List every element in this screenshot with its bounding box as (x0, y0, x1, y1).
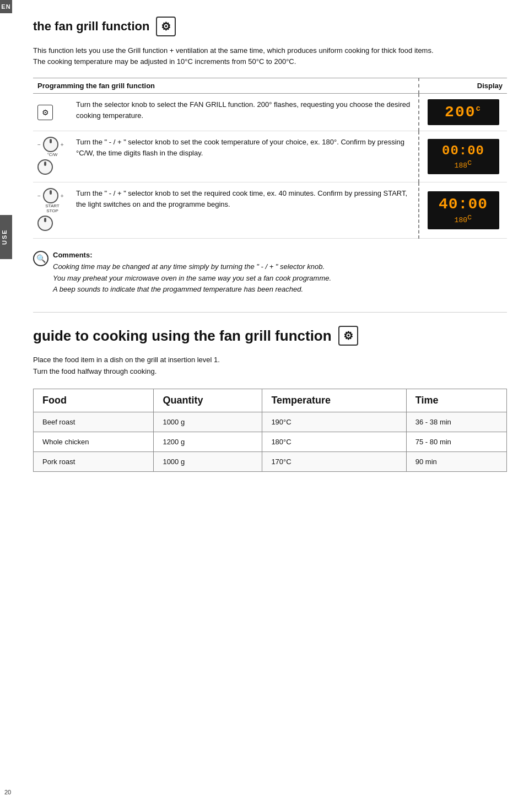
display-time-3: 40:00 (434, 196, 493, 213)
guide-fan-icon: ⚙ (338, 326, 358, 346)
cooking-row-1: Whole chicken1200 g180°C75 - 80 min (34, 432, 507, 451)
step-1-desc: Turn the selector knob to select the FAN… (72, 94, 419, 131)
comments-icon: 🔍 (33, 251, 48, 266)
cell-quantity-1: 1200 g (154, 432, 262, 451)
knob-2b (37, 159, 53, 175)
cell-temperature-2: 170°C (262, 451, 406, 471)
intro-line-1: This function lets you use the Grill fun… (33, 46, 434, 55)
comments-section: 🔍 Comments: Cooking time may be changed … (33, 250, 507, 295)
use-label: USE (1, 229, 8, 245)
minus-arrow-3: − (37, 193, 41, 199)
display-header: Display (419, 78, 507, 94)
cooking-table-header-row: Food Quantity Temperature Time (34, 389, 507, 412)
cell-food-2: Pork roast (34, 451, 154, 471)
cell-food-0: Beef roast (34, 412, 154, 432)
cooking-row-0: Beef roast1000 g190°C36 - 38 min (34, 412, 507, 432)
cell-quantity-2: 1000 g (154, 451, 262, 471)
display-temp-3: 180c (434, 213, 493, 224)
cooking-guide-table: Food Quantity Temperature Time Beef roas… (33, 389, 507, 472)
section-divider (33, 312, 507, 313)
step-2-display: 00:00 188c (419, 131, 507, 182)
display-temp-2: 188c (434, 158, 493, 170)
programming-header: Programming the fan grill function (33, 78, 419, 94)
cell-food-1: Whole chicken (34, 432, 154, 451)
plus-arrow-2: + (61, 142, 64, 148)
degree-c-2: c (467, 158, 472, 167)
guide-intro-line-1: Place the food item in a dish on the gri… (33, 356, 220, 364)
fan-grill-intro: This function lets you use the Grill fun… (33, 45, 507, 67)
guide-section: guide to cooking using the fan grill fun… (33, 326, 507, 472)
side-tab-use: USE (0, 215, 12, 259)
degree-c-1: c (476, 104, 482, 113)
page-number: 20 (4, 789, 11, 795)
step-3-icons-row: − + (37, 188, 67, 203)
knob-3a (43, 188, 58, 203)
step-3-icon: − + STARTSTOP (33, 182, 72, 239)
step-2-row: − + °C/W Turn the " - / + " selector kno… (33, 131, 507, 182)
cooking-table-body: Beef roast1000 g190°C36 - 38 minWhole ch… (34, 412, 507, 471)
step-3-desc: Turn the " - / + " selector knob to set … (72, 182, 419, 239)
cell-time-0: 36 - 38 min (406, 412, 506, 432)
minus-arrow-2: − (37, 142, 41, 148)
col-time: Time (406, 389, 506, 412)
cell-temperature-0: 190°C (262, 412, 406, 432)
display-time-2: 00:00 (434, 143, 493, 158)
display-panel-2: 00:00 188c (428, 139, 499, 174)
plus-arrow-3: + (61, 193, 64, 199)
step-3-display: 40:00 180c (419, 182, 507, 239)
step-2-icon: − + °C/W (33, 131, 72, 182)
step-1-display: 200c (419, 94, 507, 131)
step-1-row: ⚙ Turn the selector knob to select the F… (33, 94, 507, 131)
fan-grill-icon: ⚙ (156, 17, 176, 36)
step-2-desc: Turn the " - / + " selector knob to set … (72, 131, 419, 182)
cooking-row-2: Pork roast1000 g170°C90 min (34, 451, 507, 471)
cell-temperature-1: 180°C (262, 432, 406, 451)
programming-table: Programming the fan grill function Displ… (33, 78, 507, 239)
col-temperature: Temperature (262, 389, 406, 412)
guide-intro-line-2: Turn the food halfway through cooking. (33, 367, 156, 375)
display-panel-1: 200c (428, 99, 499, 125)
step-1-icon: ⚙ (33, 94, 72, 131)
comment-2: You may preheat your microwave oven in t… (53, 274, 331, 282)
guide-title: guide to cooking using the fan grill fun… (33, 326, 507, 346)
guide-title-text: guide to cooking using the fan grill fun… (33, 327, 332, 345)
comments-text: Comments: Cooking time may be changed at… (53, 250, 331, 295)
display-value-1: 200c (445, 104, 482, 121)
guide-intro: Place the food item in a dish on the gri… (33, 354, 507, 378)
knob-2a (43, 137, 58, 152)
label-startstop-3: STARTSTOP (37, 203, 67, 213)
side-tab-en: EN (0, 0, 12, 13)
comment-1: Cooking time may be changed at any time … (53, 262, 325, 271)
cell-quantity-0: 1000 g (154, 412, 262, 432)
step-2-icons-row: − + (37, 137, 67, 152)
step-3-row: − + STARTSTOP Turn the " - / + " selecto… (33, 182, 507, 239)
fan-grill-title-text: the fan grill function (33, 19, 149, 34)
comment-3: A beep sounds to indicate that the proga… (53, 285, 303, 293)
fan-grill-title: the fan grill function ⚙ (33, 17, 507, 36)
display-panel-3: 40:00 180c (428, 191, 499, 229)
comments-label: Comments: (53, 251, 93, 259)
col-quantity: Quantity (154, 389, 262, 412)
fan-icon-step1: ⚙ (37, 105, 53, 120)
label-cw-2: °C/W (37, 152, 67, 157)
col-food: Food (34, 389, 154, 412)
cell-time-1: 75 - 80 min (406, 432, 506, 451)
intro-line-2: The cooking temperature may be adjusted … (33, 57, 296, 66)
cell-time-2: 90 min (406, 451, 506, 471)
en-label: EN (1, 3, 10, 10)
knob-3b (37, 216, 53, 231)
degree-c-3: c (467, 213, 472, 222)
